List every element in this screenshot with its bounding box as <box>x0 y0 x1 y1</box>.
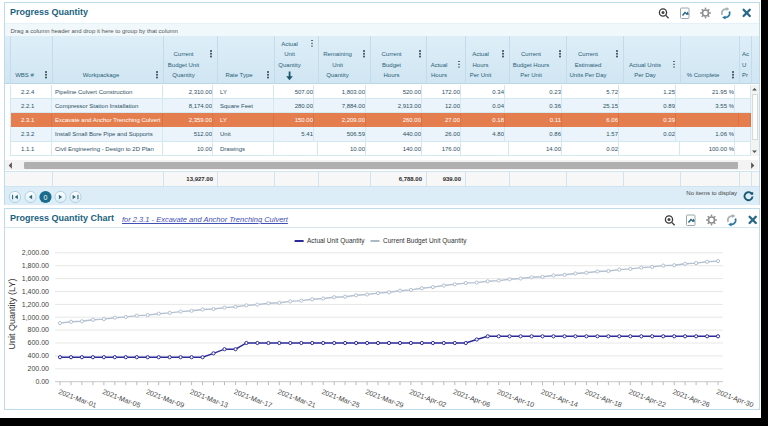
svg-text:2021-Apr-06: 2021-Apr-06 <box>452 388 491 409</box>
svg-text:2021-Apr-22: 2021-Apr-22 <box>628 388 667 409</box>
svg-text:2021-Mar-29: 2021-Mar-29 <box>365 388 405 409</box>
svg-text:2021-Mar-25: 2021-Mar-25 <box>321 388 361 409</box>
svg-text:1,800.00: 1,800.00 <box>22 262 49 269</box>
svg-text:2021-Mar-09: 2021-Mar-09 <box>145 388 185 409</box>
svg-text:2021-Mar-05: 2021-Mar-05 <box>102 388 142 409</box>
svg-text:1,200.00: 1,200.00 <box>22 301 49 308</box>
svg-text:2021-Apr-18: 2021-Apr-18 <box>584 388 623 409</box>
svg-text:2021-Apr-02: 2021-Apr-02 <box>408 388 447 409</box>
svg-text:1,400.00: 1,400.00 <box>22 288 49 295</box>
svg-text:2021-Mar-21: 2021-Mar-21 <box>277 388 317 409</box>
svg-text:1,600.00: 1,600.00 <box>22 275 49 282</box>
svg-text:0.00: 0.00 <box>35 378 49 385</box>
svg-text:2021-Mar-13: 2021-Mar-13 <box>189 388 229 409</box>
svg-text:2021-Mar-17: 2021-Mar-17 <box>233 388 273 409</box>
svg-text:600.00: 600.00 <box>28 339 50 346</box>
svg-text:2021-Mar-01: 2021-Mar-01 <box>58 388 98 409</box>
svg-text:2021-Apr-14: 2021-Apr-14 <box>540 388 579 409</box>
svg-text:Unit Quantity (LY): Unit Quantity (LY) <box>7 279 17 350</box>
svg-text:Current Budget Unit Quantity: Current Budget Unit Quantity <box>383 237 467 245</box>
svg-text:2021-Apr-10: 2021-Apr-10 <box>496 388 535 409</box>
svg-text:200.00: 200.00 <box>28 365 50 372</box>
svg-text:400.00: 400.00 <box>28 352 50 359</box>
svg-text:2,000.00: 2,000.00 <box>22 249 49 256</box>
svg-text:1,000.00: 1,000.00 <box>22 314 49 321</box>
svg-text:2021-Apr-30: 2021-Apr-30 <box>715 388 754 409</box>
svg-text:2021-Apr-26: 2021-Apr-26 <box>671 388 710 409</box>
svg-text:800.00: 800.00 <box>28 326 50 333</box>
svg-text:Actual Unit Quantity: Actual Unit Quantity <box>307 237 365 245</box>
